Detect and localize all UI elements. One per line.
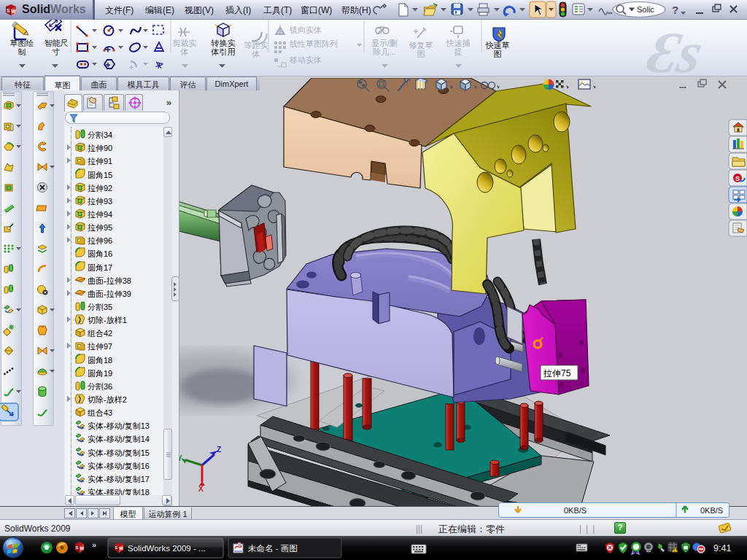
- svg-text:»: »: [92, 540, 96, 549]
- svg-text:未命名 - 画图: 未命名 - 画图: [248, 544, 298, 553]
- svg-text:W: W: [12, 9, 17, 14]
- svg-text:Ɛs: Ɛs: [642, 20, 708, 77]
- svg-text:W: W: [119, 546, 123, 551]
- svg-text:S: S: [7, 8, 10, 13]
- svg-text:拉伸75: 拉伸75: [543, 368, 571, 378]
- svg-text:0KB/S: 0KB/S: [700, 506, 723, 515]
- svg-text:»: »: [166, 97, 171, 108]
- svg-text:?: ?: [672, 4, 678, 16]
- svg-text:0KB/S: 0KB/S: [564, 506, 587, 515]
- svg-text:S: S: [115, 545, 118, 550]
- svg-text:SolidWorks 2009 - ...: SolidWorks 2009 - ...: [128, 544, 206, 553]
- svg-text:S: S: [735, 175, 740, 182]
- svg-text:9:41: 9:41: [713, 543, 731, 553]
- svg-text:Z: Z: [217, 446, 221, 454]
- svg-text:X: X: [198, 485, 204, 493]
- svg-text:S: S: [75, 545, 78, 550]
- svg-text:W: W: [80, 546, 84, 551]
- svg-text:Solic: Solic: [637, 5, 654, 14]
- svg-text:Y: Y: [179, 454, 182, 462]
- svg-text:!: !: [674, 548, 676, 552]
